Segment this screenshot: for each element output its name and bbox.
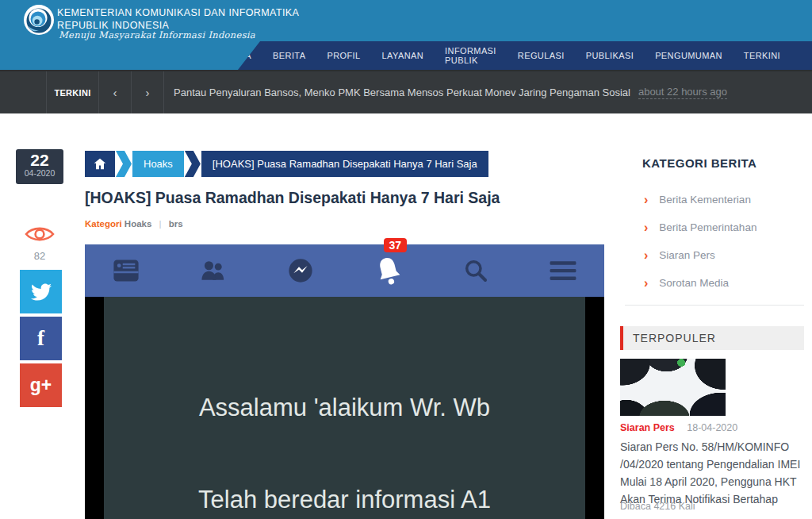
sidebar-divider [625,305,804,306]
googleplus-icon: g+ [30,375,52,396]
breadcrumb: Hoaks [HOAKS] Puasa Ramadhan Disepakati … [85,151,488,177]
date-day: 22 [16,152,63,168]
screenshot-text-line2: Telah beredar informasi A1 [104,486,585,514]
facebook-icon: f [37,326,44,351]
search-icon [458,258,493,283]
sidebar-item-label: Berita Pemerintahan [659,221,756,233]
kategori-label: Kategori [85,219,122,229]
view-counter: 82 [16,224,63,262]
sidebar-kategori-heading: KATEGORI BERITA [642,156,756,170]
home-icon [94,158,106,170]
ticker-prev-button[interactable]: ‹ [98,71,131,113]
share-googleplus-button[interactable]: g+ [20,363,62,407]
meta-separator: | [155,219,167,229]
nav-item-regulasi[interactable]: REGULASI [518,51,565,60]
nav-item-beranda[interactable]: BERANDA [207,51,251,60]
facebook-app-bar: 37 [85,244,604,297]
screenshot-body: Assalamu 'alaikum Wr. Wb Telah beredar i… [104,297,585,519]
article-meta: Kategori Hoaks | brs [85,219,183,229]
article-date-badge: 22 04-2020 [16,149,63,184]
notification-badge: 37 [384,238,408,252]
breadcrumb-category-link[interactable]: Hoaks [132,151,184,177]
eye-icon [24,224,56,244]
ticker-timestamp: about 22 hours ago [638,71,727,113]
breadcrumb-current-page: [HOAKS] Puasa Ramadhan Disepakati Hanya … [201,151,488,177]
ticker-headline-link[interactable]: Pantau Penyaluran Bansos, Menko PMK Bers… [163,71,630,113]
notifications-bell-icon: 37 [371,256,406,286]
popular-article-title-link[interactable]: Siaran Pers No. 58/HM/KOMINFO /04/2020 t… [620,438,807,508]
ministry-tagline: Menuju Masyarakat Informasi Indonesia [59,29,255,40]
popular-category-link[interactable]: Siaran Pers [620,422,675,433]
sidebar-item-label: Sorotan Media [659,277,729,289]
article-image: 37 Assalamu 'alaikum Wr. Wb Telah bereda… [85,244,604,519]
sidebar-item-berita-pemerintahan[interactable]: › Berita Pemerintahan [644,213,756,241]
article-title: [HOAKS] Puasa Ramadhan Disepakati Hanya … [85,189,608,207]
nav-item-publikasi[interactable]: PUBLIKASI [586,51,634,60]
terpopuler-heading: TERPOPULER [620,326,804,350]
twitter-icon [31,282,52,302]
kominfo-logo-icon[interactable] [24,5,54,35]
view-count: 82 [16,250,63,262]
article-author: brs [169,219,183,229]
news-ticker: TERKINI ‹ › Pantau Penyaluran Bansos, Me… [0,70,812,113]
chevron-right-icon: › [644,249,648,262]
newsfeed-icon [109,259,144,283]
chevron-right-icon: › [644,221,648,234]
sidebar-item-sorotan-media[interactable]: › Sorotan Media [644,269,756,297]
ticker-label: TERKINI [46,71,98,113]
breadcrumb-separator-icon [185,151,201,177]
ministry-line1: KEMENTERIAN KOMUNIKASI DAN INFORMATIKA [57,7,299,18]
main-navigation: BERANDA BERITA PROFIL LAYANAN INFORMASI … [238,41,812,70]
nav-item-informasi-publik[interactable]: INFORMASI PUBLIK [445,46,496,65]
page: KEMENTERIAN KOMUNIKASI DAN INFORMATIKA R… [0,0,812,519]
popular-article-thumbnail[interactable] [620,359,726,416]
kategori-value-link[interactable]: Hoaks [124,219,152,229]
breadcrumb-home-link[interactable] [85,151,115,177]
nav-item-berita[interactable]: BERITA [273,51,305,60]
friends-icon [196,259,231,283]
site-header: KEMENTERIAN KOMUNIKASI DAN INFORMATIKA R… [0,0,812,70]
messenger-icon [283,258,318,283]
share-twitter-button[interactable] [20,270,62,313]
popular-read-count: Dibaca 4216 Kali [620,501,695,512]
sidebar-item-label: Berita Kementerian [659,194,751,206]
sidebar-item-berita-kementerian[interactable]: › Berita Kementerian [644,186,756,213]
chevron-right-icon: › [644,277,648,290]
hamburger-menu-icon [546,260,580,281]
nav-item-profil[interactable]: PROFIL [327,51,360,60]
breadcrumb-separator-icon [116,151,132,177]
chevron-right-icon: › [644,194,648,206]
nav-item-terkini[interactable]: TERKINI [744,51,780,60]
share-facebook-button[interactable]: f [20,317,62,360]
sidebar-category-list: › Berita Kementerian › Berita Pemerintah… [644,186,756,297]
ticker-timestamp-text: about 22 hours ago [638,86,727,99]
sidebar-item-siaran-pers[interactable]: › Siaran Pers [644,241,756,269]
ministry-title: KEMENTERIAN KOMUNIKASI DAN INFORMATIKA R… [57,7,299,31]
popular-date: 18-04-2020 [687,422,737,433]
nav-item-layanan[interactable]: LAYANAN [382,51,424,60]
popular-article-meta: Siaran Pers 18-04-2020 [620,422,737,433]
sidebar-item-label: Siaran Pers [659,249,715,261]
ticker-next-button[interactable]: › [131,71,163,113]
ticker-spacer [0,71,46,113]
nav-item-pengumuman[interactable]: PENGUMUMAN [655,51,722,60]
screenshot-text-line1: Assalamu 'alaikum Wr. Wb [104,394,585,422]
date-month-year: 04-2020 [16,168,63,178]
